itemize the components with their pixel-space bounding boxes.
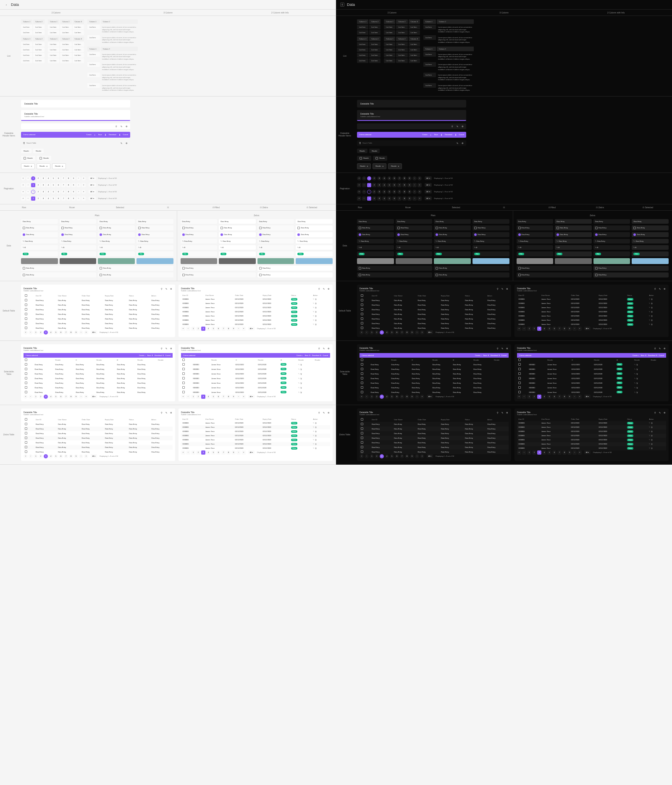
tab-checkbox-selected[interactable]: ⊡ Selected (624, 204, 672, 210)
page-5[interactable]: 5 (51, 190, 55, 194)
list-item[interactable]: List Item (60, 53, 71, 58)
list-item[interactable]: List Item (21, 30, 32, 35)
edit-icon[interactable]: ✎ (501, 287, 504, 290)
table-row[interactable]: Data EntryData EntryData EntryData Entry… (24, 372, 173, 376)
data-cell[interactable] (296, 258, 333, 264)
next-page-icon[interactable]: › (412, 183, 417, 187)
col-header[interactable] (528, 358, 546, 362)
col-header[interactable]: User Name (393, 417, 416, 422)
data-cell[interactable] (555, 258, 592, 264)
page-4[interactable]: 4 (542, 450, 546, 455)
page-3[interactable]: 3 (201, 450, 205, 455)
page-4[interactable]: 4 (46, 196, 50, 201)
settings-icon[interactable]: ⚙ (663, 287, 666, 290)
prev-page-icon[interactable]: ‹ (29, 330, 33, 335)
first-page-icon[interactable]: « (357, 190, 361, 194)
edit-icon[interactable]: ✎ (298, 373, 299, 375)
page-4[interactable]: 4 (382, 190, 386, 194)
download-button[interactable]: Download ⬇ (648, 354, 657, 356)
next-page-icon[interactable]: › (415, 330, 419, 335)
save-button[interactable]: Save (98, 133, 102, 136)
page-5[interactable]: 5 (211, 395, 215, 399)
edit-icon[interactable]: ✎ (649, 422, 650, 424)
per-page-select[interactable]: All ▾ (584, 327, 591, 330)
data-cell[interactable]: ✎ ⚙ (593, 245, 630, 250)
col-header[interactable]: User Name (204, 417, 234, 421)
search-icon[interactable]: ⚲ (654, 411, 657, 414)
download-button[interactable]: Download (109, 133, 116, 136)
edit-icon[interactable]: ✎ (658, 287, 662, 290)
page-1[interactable]: 1 (191, 395, 195, 399)
data-cell[interactable] (357, 258, 394, 264)
page-8[interactable]: 8 (562, 395, 567, 399)
list-item[interactable]: List Item (87, 35, 100, 40)
page-9[interactable]: 9 (567, 395, 572, 399)
first-page-icon[interactable]: « (181, 450, 185, 455)
edit-icon[interactable]: ✎ (649, 319, 650, 321)
page-3[interactable]: 3 (44, 454, 48, 458)
data-cell[interactable]: Data Entry (472, 225, 509, 230)
table-row[interactable]: #000001James Yeun02/12/202002/12/2020Sta… (517, 425, 666, 429)
list-item[interactable]: List Item (87, 73, 100, 77)
table-row[interactable]: #000001James Yeun02/12/202002/12/2020Sta… (517, 367, 666, 372)
table-row[interactable]: Data EntryData EntryData EntryData Entry… (24, 436, 173, 440)
col-header[interactable]: Header (650, 358, 666, 362)
page-8[interactable]: 8 (226, 395, 231, 399)
col-header[interactable]: Status (626, 293, 648, 297)
page-8[interactable]: 8 (69, 454, 73, 458)
per-page-select[interactable]: All ▾ (425, 176, 431, 180)
page-3[interactable]: 3 (41, 183, 45, 187)
tab-checkbox-zebra[interactable]: ⊡ Zebra (576, 204, 624, 210)
page-7[interactable]: 7 (397, 183, 402, 187)
page-2[interactable]: 2 (196, 395, 200, 399)
search-input[interactable] (26, 142, 118, 144)
data-cell[interactable]: Data Entry (98, 266, 173, 271)
col-header[interactable]: User Name (204, 293, 234, 297)
edit-icon[interactable]: ✎ (313, 323, 314, 325)
list-item[interactable]: List Item (384, 25, 395, 29)
search-icon[interactable]: ⚲ (496, 287, 499, 290)
edit-icon[interactable]: ✎ (322, 287, 326, 290)
table-row[interactable]: Data EntryData EntryData EntryData Entry… (24, 376, 173, 381)
col-header[interactable]: Expiry Date (440, 293, 464, 298)
header-chip[interactable]: Header (369, 149, 380, 153)
next-page-icon[interactable]: › (412, 196, 417, 201)
edit-icon[interactable]: ✎ (313, 439, 314, 441)
page-5[interactable]: 5 (51, 176, 55, 181)
list-item[interactable]: List Item (369, 30, 381, 35)
col-header[interactable]: Order Date (80, 293, 103, 298)
data-cell[interactable]: ✎Data Entry (296, 239, 333, 243)
page-9[interactable]: 9 (567, 327, 572, 331)
tab-checkbox[interactable]: ⊡ (480, 204, 528, 210)
tab-row[interactable]: Row (336, 204, 384, 210)
table-row[interactable]: Data EntryData EntryData EntryData Entry… (360, 422, 509, 427)
delete-icon[interactable]: 🗑 (651, 319, 653, 321)
list-item[interactable]: List Item (33, 25, 45, 29)
save-button[interactable]: Save ⬇ (304, 354, 310, 356)
page-3[interactable]: 3 (41, 190, 45, 194)
page-8[interactable]: 8 (66, 196, 71, 201)
page-7[interactable]: 7 (397, 190, 402, 194)
page-3[interactable]: 3 (377, 176, 381, 181)
data-cell[interactable]: Data (396, 251, 433, 256)
data-cell[interactable]: Data Entry (219, 225, 256, 230)
col-header[interactable] (370, 358, 390, 362)
search-icon[interactable]: ⚲ (160, 287, 163, 290)
page-6[interactable]: 6 (216, 327, 220, 331)
list-item[interactable]: List Item (409, 58, 420, 63)
prev-page-icon[interactable]: ‹ (29, 454, 33, 458)
table-row[interactable]: #000001James Yeun02/12/202002/12/2020Sta… (517, 421, 666, 425)
page-5[interactable]: 5 (547, 327, 551, 331)
page-2[interactable]: 2 (196, 327, 200, 331)
settings-icon[interactable]: ⚙ (327, 287, 330, 290)
header-chip-x[interactable]: Header× (357, 163, 371, 169)
page-5[interactable]: 5 (390, 330, 394, 335)
data-cell[interactable]: ✎ ⚙ (181, 245, 218, 250)
data-cell[interactable]: Data Entry (60, 219, 97, 224)
download-icon[interactable]: ⬇ (454, 133, 457, 136)
save-icon[interactable]: ⬇ (104, 133, 107, 136)
data-cell[interactable]: Data Entry (593, 225, 630, 230)
page-9[interactable]: 9 (71, 190, 76, 194)
tab-checkbox-filled[interactable]: ⊡ Filled (192, 204, 240, 210)
data-cell[interactable]: Data (434, 251, 471, 256)
